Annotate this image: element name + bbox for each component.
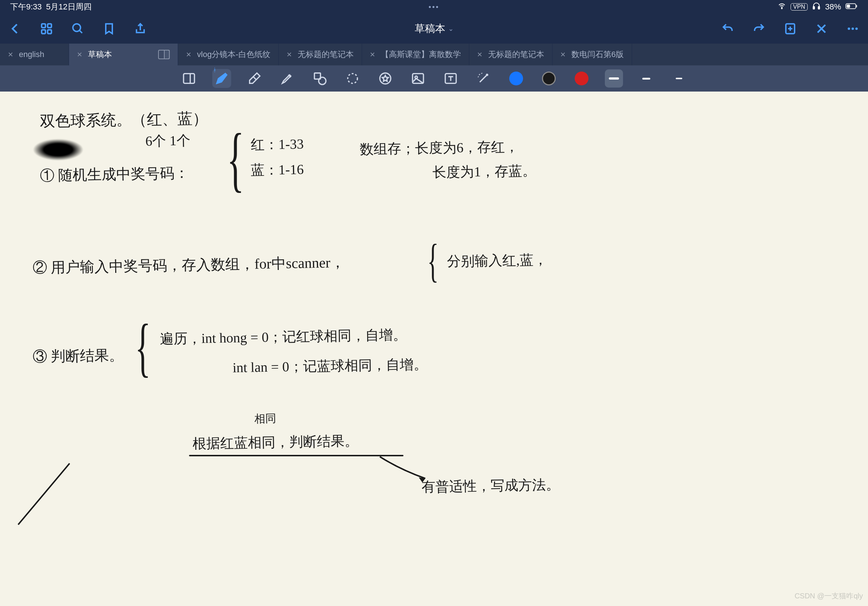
- close-button[interactable]: [814, 21, 829, 37]
- svg-rect-20: [184, 74, 194, 83]
- svg-point-17: [848, 28, 850, 30]
- svg-rect-9: [48, 30, 52, 34]
- tab-digital[interactable]: × 数电闫石第6版: [552, 43, 632, 65]
- stroke-thin[interactable]: [670, 69, 688, 88]
- text-tool[interactable]: [441, 69, 460, 88]
- battery-percent: 38%: [825, 2, 841, 12]
- search-button[interactable]: [70, 21, 86, 37]
- close-icon[interactable]: ×: [8, 49, 13, 60]
- battery-icon: [845, 2, 858, 12]
- vpn-badge: VPN: [790, 3, 808, 11]
- note-title: 双色球系统。（红、蓝）: [40, 108, 208, 131]
- svg-rect-7: [48, 24, 52, 28]
- tab-gauss[interactable]: × 【高斯课堂】离散数学: [362, 43, 469, 65]
- status-date: 5月12日周四: [46, 2, 91, 12]
- redo-button[interactable]: [751, 21, 767, 37]
- tab-english[interactable]: × english: [0, 43, 69, 65]
- tab-draft[interactable]: × 草稿本: [69, 43, 178, 65]
- svg-point-18: [852, 28, 854, 30]
- svg-rect-8: [42, 30, 46, 34]
- svg-line-11: [80, 31, 82, 33]
- close-icon[interactable]: ×: [370, 49, 375, 60]
- back-button[interactable]: [7, 21, 23, 37]
- close-icon[interactable]: ×: [561, 49, 566, 60]
- svg-point-10: [73, 24, 81, 32]
- canvas[interactable]: 双色球系统。（红、蓝） 6个 1个 ① 随机生成中奖号码： { 红：1-33 蓝…: [0, 91, 868, 606]
- brace-3: {: [135, 309, 151, 385]
- svg-rect-5: [856, 5, 857, 8]
- close-icon[interactable]: ×: [77, 49, 82, 60]
- note-blue-range: 蓝：1-16: [251, 160, 304, 180]
- bluetooth-icon: ᚼ: [213, 67, 217, 73]
- svg-point-0: [781, 8, 782, 9]
- watermark: CSDN @一支猫咋qly: [795, 591, 863, 601]
- sidepanel-icon[interactable]: [158, 50, 170, 59]
- layout-tool[interactable]: [180, 69, 198, 88]
- add-page-button[interactable]: [782, 21, 798, 37]
- note-conclusion: 根据红蓝相同，判断结果。: [193, 431, 359, 453]
- tab-untitled1[interactable]: × 无标题的笔记本: [279, 43, 362, 65]
- svg-point-25: [348, 74, 358, 83]
- stray-line: [17, 463, 70, 525]
- headphones-icon: [812, 2, 821, 12]
- note-step2: ② 用户输入中奖号码，存入数组，for中scanner，: [33, 252, 345, 278]
- stroke-thick[interactable]: [605, 70, 623, 88]
- underline: [189, 455, 403, 456]
- favorite-tool[interactable]: [376, 69, 395, 88]
- note-step3: ③ 判断结果。: [33, 345, 124, 366]
- close-icon[interactable]: ×: [186, 49, 191, 60]
- note-annot: 相同: [254, 411, 277, 426]
- svg-rect-1: [813, 6, 815, 9]
- svg-point-30: [486, 74, 487, 75]
- tab-untitled2[interactable]: × 无标题的笔记本: [469, 43, 552, 65]
- note-step2b: 分别输入红,蓝，: [447, 251, 547, 271]
- svg-rect-4: [846, 5, 850, 8]
- svg-rect-2: [818, 6, 820, 9]
- brace-1: {: [227, 117, 244, 200]
- note-step3b: 遍历，int hong = 0；记红球相同，自增。: [160, 326, 407, 348]
- wifi-icon: [778, 2, 786, 12]
- undo-button[interactable]: [720, 21, 736, 37]
- svg-point-19: [855, 28, 858, 30]
- note-array-blue: 长度为1，存蓝。: [432, 162, 536, 182]
- highlighter-tool[interactable]: [278, 69, 297, 88]
- bookmark-button[interactable]: [101, 21, 117, 37]
- pen-tool[interactable]: ᚼ: [212, 69, 231, 88]
- color-red[interactable]: [572, 69, 591, 88]
- status-time: 下午9:33: [10, 2, 42, 12]
- image-tool[interactable]: [409, 69, 428, 88]
- note-array-red: 数组存；长度为6，存红，: [360, 137, 519, 159]
- grid-button[interactable]: [39, 21, 54, 37]
- svg-rect-6: [42, 24, 46, 28]
- magic-tool[interactable]: [474, 69, 493, 88]
- more-button[interactable]: [845, 21, 861, 37]
- chevron-down-icon: ⌄: [448, 25, 454, 33]
- tab-bar: × english × 草稿本 × vlog分镜本-白色纸纹 × 无标题的笔记本…: [0, 43, 868, 65]
- svg-line-22: [253, 77, 256, 80]
- note-counts: 6个 1个: [146, 131, 191, 150]
- svg-point-24: [319, 77, 326, 85]
- tab-vlog[interactable]: × vlog分镜本-白色纸纹: [178, 43, 279, 65]
- note-red-range: 红：1-33: [251, 135, 304, 155]
- note-step1: ① 随机生成中奖号码：: [40, 163, 189, 185]
- multitask-dots[interactable]: •••: [429, 3, 439, 11]
- tool-bar: ᚼ: [0, 65, 868, 91]
- close-icon[interactable]: ×: [477, 49, 482, 60]
- status-bar: 下午9:33 5月12日周四 ••• VPN 38%: [0, 0, 868, 14]
- nav-bar: 草稿本 ⌄: [0, 14, 868, 43]
- shape-tool[interactable]: [310, 69, 329, 88]
- brace-2: {: [428, 233, 439, 288]
- color-black[interactable]: [539, 69, 558, 88]
- color-blue[interactable]: [507, 69, 525, 88]
- scribble-1: [33, 139, 84, 161]
- page-title[interactable]: 草稿本 ⌄: [415, 22, 454, 36]
- note-step3c: int lan = 0；记蓝球相同，自增。: [232, 355, 428, 377]
- lasso-tool[interactable]: [343, 69, 362, 88]
- close-icon[interactable]: ×: [287, 49, 292, 60]
- note-method: 有普适性，写成方法。: [422, 476, 560, 497]
- eraser-tool[interactable]: [245, 69, 264, 88]
- share-button[interactable]: [132, 21, 148, 37]
- stroke-medium[interactable]: [637, 69, 656, 88]
